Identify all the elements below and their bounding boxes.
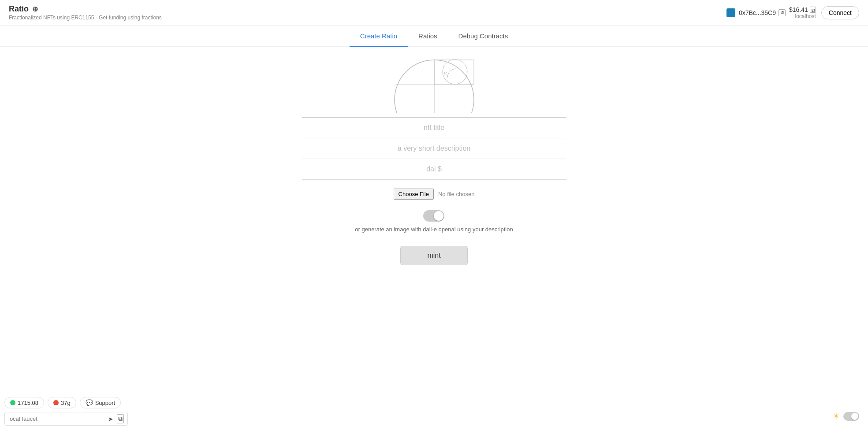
app-subtitle: Fractionalized NFTs using ERC1155 - Get … [9,15,162,21]
mint-button[interactable]: mint [400,246,467,265]
ai-generate-toggle[interactable] [423,210,444,222]
network-name: localhost [795,13,816,19]
faucet-input[interactable] [8,415,104,422]
balance: $16.41 ⧉ [789,6,816,13]
spiral-image: R [390,56,478,113]
chat-icon: 💬 [86,399,93,406]
toggle-section: or generate an image with dall-e openai … [355,210,513,233]
support-label: Support [95,400,115,406]
wallet-info: 0x7Bc...35C9 🖥 $16.41 ⧉ localhost [726,6,816,19]
send-icon[interactable]: ➤ [108,415,113,423]
app-title: Ratio ⊕ [9,4,162,14]
wallet-icon [726,8,735,17]
faucet-input-row: ➤ ⧉ [4,412,128,426]
navigation: Create Ratio Ratios Debug Contracts [0,26,868,47]
main-content: R Choose File No file chosen or generate… [0,47,868,265]
toggle-label: or generate an image with dall-e openai … [355,226,513,233]
wallet-meta: $16.41 ⧉ localhost [789,6,816,19]
no-file-text: No file chosen [438,191,474,197]
theme-toggle-knob [851,413,858,420]
bottom-bar: 1715.08 37g 💬 Support ➤ ⧉ [0,393,132,430]
stat-badge-eth[interactable]: 1715.08 [4,397,44,408]
green-dot-icon [10,400,15,405]
network-icon: 🖥 [779,9,786,16]
nav-item-debug-contracts[interactable]: Debug Contracts [448,26,519,47]
nft-form [302,118,566,180]
sun-icon: ☀ [833,411,840,421]
gas-value: 37g [61,400,71,406]
nft-title-input[interactable] [302,118,566,138]
support-badge[interactable]: 💬 Support [80,397,121,408]
ratio-icon: ⊕ [32,5,38,13]
nav-item-ratios[interactable]: Ratios [408,26,448,47]
connect-button[interactable]: Connect [821,6,859,19]
header-right: 0x7Bc...35C9 🖥 $16.41 ⧉ localhost Connec… [726,6,859,19]
nft-price-input[interactable] [302,159,566,179]
theme-toggles: ☀ [833,411,859,421]
wallet-address: 0x7Bc...35C9 🖥 [739,9,786,16]
wallet-address-text: 0x7Bc...35C9 [739,9,776,16]
file-section: Choose File No file chosen [394,189,475,200]
svg-text:R: R [444,71,447,75]
copy-icon[interactable]: ⧉ [117,414,124,423]
choose-file-button[interactable]: Choose File [394,189,434,200]
bottom-stats: 1715.08 37g 💬 Support [0,393,132,412]
stat-badge-gas[interactable]: 37g [48,397,76,408]
theme-toggle[interactable] [843,412,859,421]
nav-item-create-ratio[interactable]: Create Ratio [350,26,408,47]
red-dot-icon [53,400,59,405]
header-left: Ratio ⊕ Fractionalized NFTs using ERC115… [9,4,162,21]
header: Ratio ⊕ Fractionalized NFTs using ERC115… [0,0,868,26]
nft-description-input[interactable] [302,138,566,159]
eth-value: 1715.08 [18,400,38,406]
app-title-text: Ratio [9,4,29,14]
toggle-knob [434,211,443,221]
balance-copy-icon[interactable]: ⧉ [810,7,816,13]
svg-rect-2 [434,60,474,84]
balance-value: $16.41 [789,6,808,13]
